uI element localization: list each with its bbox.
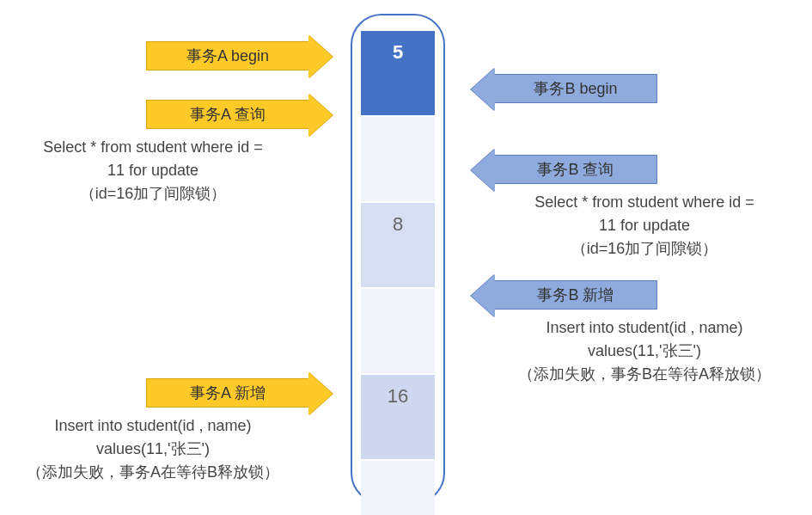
arrow-b-query: 事务B 查询 (494, 155, 657, 184)
arrow-b-insert: 事务B 新增 (494, 280, 657, 310)
arrow-a-insert: 事务A 新增 (146, 378, 309, 408)
b-insert-sql-1: Insert into student(id , name) (481, 316, 808, 340)
b-insert-caption: Insert into student(id , name) values(11… (481, 316, 808, 386)
b-insert-note: （添加失败，事务B在等待A释放锁） (481, 363, 808, 386)
a-query-sql-1: Select * from student where id = (7, 136, 299, 159)
a-insert-sql-2: values(11,'张三') (7, 438, 299, 461)
gap-8-16 (361, 289, 435, 375)
arrow-a-query: 事务A 查询 (146, 100, 309, 129)
b-query-sql-2: 11 for update (481, 214, 808, 237)
index-cells: 5 8 16 28 (361, 31, 435, 515)
a-query-caption: Select * from student where id = 11 for … (7, 136, 299, 205)
b-insert-sql-2: values(11,'张三') (481, 340, 808, 363)
b-query-sql-1: Select * from student where id = (481, 191, 808, 214)
diagram: 5 8 16 28 事务A begin 事务A 查询 Select * from… (0, 0, 812, 515)
gap-5-8 (361, 117, 435, 203)
cell-16: 16 (361, 375, 435, 461)
arrow-a-begin: 事务A begin (146, 41, 309, 71)
b-query-caption: Select * from student where id = 11 for … (481, 191, 808, 261)
a-query-sql-2: 11 for update (7, 159, 299, 182)
cell-5: 5 (361, 31, 435, 117)
arrow-b-begin: 事务B begin (494, 74, 657, 103)
gap-16-28 (361, 461, 435, 515)
cell-8: 8 (361, 203, 435, 289)
a-insert-caption: Insert into student(id , name) values(11… (7, 414, 299, 484)
a-insert-note: （添加失败，事务A在等待B释放锁） (7, 461, 299, 484)
a-query-note: （id=16加了间隙锁） (7, 182, 299, 205)
b-query-note: （id=16加了间隙锁） (481, 237, 808, 261)
a-insert-sql-1: Insert into student(id , name) (7, 414, 299, 438)
